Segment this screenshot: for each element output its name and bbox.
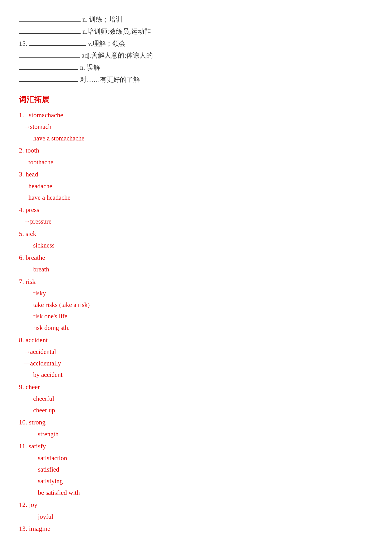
vocab-main-9: 9. cheer [19, 383, 40, 391]
vocab-sub2-11c: satisfying [19, 475, 373, 487]
blank-4 [19, 57, 80, 58]
vocab-sub2-11d: be satisfied with [19, 487, 373, 499]
vocab-main-5: 5. sick [19, 230, 36, 237]
fill-line-6: 对……有更好的了解 [19, 74, 373, 85]
vocab-main-6: 6. breathe [19, 254, 45, 261]
vocab-item-7: 7. risk risky take risks (take a risk) r… [19, 276, 373, 334]
blank-1 [19, 21, 81, 21]
vocab-sub2-5: sickness [19, 240, 373, 251]
fill-number-15: 15. [19, 38, 27, 49]
vocab-sub2-8: by accident [19, 369, 373, 381]
vocab-main-8: 8. accident [19, 336, 48, 344]
vocab-sub2-7d: risk doing sth. [19, 322, 373, 334]
vocab-sub-2: toothache [19, 157, 373, 168]
blank-5 [19, 69, 78, 70]
fill-text-4: adj.善解人意的;体谅人的 [82, 50, 153, 61]
vocab-sub2-9b: cheer up [19, 405, 373, 416]
vocab-main-3: 3. head [19, 171, 38, 178]
vocab-item-2: 2. tooth toothache [19, 145, 373, 168]
vocab-sub-3a: headache [19, 180, 373, 192]
fill-text-5: n. 误解 [80, 62, 100, 73]
vocab-main-2: 2. tooth [19, 147, 39, 154]
vocab-arrow-1: →stomach [19, 121, 373, 133]
fill-text-2: n.培训师;教练员;运动鞋 [83, 26, 151, 37]
vocab-sub2-6: breath [19, 264, 373, 275]
vocab-sub2-7a: risky [19, 288, 373, 299]
vocab-main-10: 10. strong [19, 419, 46, 426]
vocab-item-11: 11. satisfy satisfaction satisfied satis… [19, 440, 373, 498]
vocab-item-6: 6. breathe breath [19, 252, 373, 275]
vocab-sub2-11a: satisfaction [19, 452, 373, 464]
vocab-main-1: 1. stomachache [19, 111, 63, 119]
fill-text-3: v.理解；领会 [88, 38, 126, 49]
vocab-sub-3b: have a headache [19, 192, 373, 203]
vocab-item-13: 13. imagine [19, 523, 373, 535]
fill-section: n. 训练；培训 n.培训师;教练员;运动鞋 15. v.理解；领会 adj.善… [19, 14, 373, 85]
blank-2 [19, 33, 81, 34]
vocab-sub2-12: joyful [19, 511, 373, 522]
vocab-item-10: 10. strong strength [19, 416, 373, 440]
vocab-arrow-4: →pressure [19, 216, 373, 227]
fill-text-6: 对……有更好的了解 [80, 74, 140, 85]
vocab-section: 1. stomachache →stomach have a stomachac… [19, 109, 373, 535]
vocab-item-5: 5. sick sickness [19, 228, 373, 251]
fill-line-1: n. 训练；培训 [19, 14, 373, 25]
vocab-sub2-7b: take risks (take a risk) [19, 299, 373, 311]
vocab-sub2-7c: risk one's life [19, 311, 373, 322]
vocab-main-12: 12. joy [19, 501, 37, 508]
vocab-item-1: 1. stomachache →stomach have a stomachac… [19, 109, 373, 144]
blank-6 [19, 81, 78, 82]
vocab-main-7: 7. risk [19, 278, 35, 285]
vocab-sub2-10: strength [19, 429, 373, 440]
section-title: 词汇拓展 [19, 95, 373, 105]
fill-line-4: adj.善解人意的;体谅人的 [19, 50, 373, 61]
vocab-dash-8: —accidentally [19, 358, 373, 369]
vocab-sub2-11b: satisfied [19, 464, 373, 475]
vocab-sub2-9a: cheerful [19, 393, 373, 405]
vocab-item-12: 12. joy joyful [19, 499, 373, 522]
vocab-arrow-8: →accidental [19, 346, 373, 358]
vocab-main-13: 13. imagine [19, 525, 50, 532]
fill-line-2: n.培训师;教练员;运动鞋 [19, 26, 373, 37]
fill-text-1: n. 训练；培训 [83, 14, 122, 25]
blank-3 [29, 45, 86, 46]
fill-line-3: 15. v.理解；领会 [19, 38, 373, 49]
vocab-sub2-1: have a stomachache [19, 133, 373, 144]
vocab-item-9: 9. cheer cheerful cheer up [19, 381, 373, 416]
vocab-main-4: 4. press [19, 206, 39, 213]
vocab-main-11: 11. satisfy [19, 443, 46, 450]
vocab-item-3: 3. head headache have a headache [19, 168, 373, 203]
vocab-item-8: 8. accident →accidental —accidentally by… [19, 334, 373, 381]
fill-line-5: n. 误解 [19, 62, 373, 73]
vocab-item-4: 4. press →pressure [19, 204, 373, 227]
